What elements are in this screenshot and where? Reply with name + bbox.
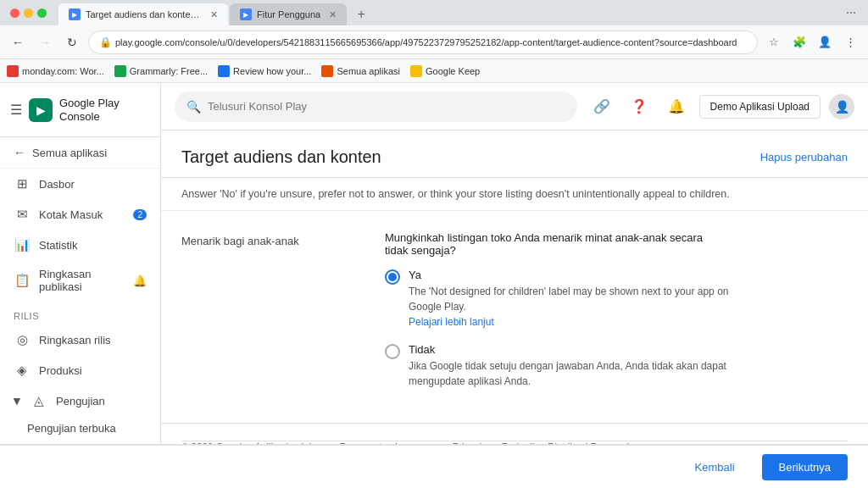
main-content: 🔍 🔗 ❓ 🔔 Demo Aplikasi Upload 👤 Target au… [161, 83, 868, 444]
tab-title-2: Fitur Pengguna [257, 9, 320, 19]
radio-no-content: Tidak Jika Google tidak setuju dengan ja… [409, 343, 731, 389]
new-tab-button[interactable]: + [350, 3, 372, 25]
back-arrow-icon: ← [14, 146, 25, 159]
maximize-dot[interactable] [37, 8, 47, 18]
sidebar-item-produksi[interactable]: ◈ Produksi [0, 355, 160, 385]
sidebar-label-ringkasan-rilis: Ringkasan rilis [39, 334, 111, 347]
kembali-button[interactable]: Kembali [678, 454, 752, 480]
window-controls [7, 8, 47, 18]
sidebar-label-ringkasan: Ringkasan publikasi [39, 268, 125, 293]
sidebar-item-ringkasan[interactable]: 📋 Ringkasan publikasi 🔔 [0, 260, 160, 301]
browser-menu[interactable]: ⋯ [841, 5, 861, 20]
sidebar-label-kotak-masuk: Kotak Masuk [39, 208, 103, 221]
radio-option-no[interactable]: Tidak Jika Google tidak setuju dengan ja… [385, 343, 731, 389]
bookmark-icon-monday [7, 65, 19, 77]
search-icon: 🔍 [186, 100, 201, 114]
topbar-icons: 🔗 ❓ 🔔 Demo Aplikasi Upload 👤 [587, 92, 854, 121]
sidebar: ☰ ▶ Google Play Console ← Semua aplikasi… [0, 83, 161, 444]
lock-icon: 🔒 [99, 36, 112, 48]
radio-yes-label: Ya [409, 269, 731, 281]
sidebar-item-dasbor[interactable]: ⊞ Dasbor [0, 169, 160, 199]
bookmark-icon-review [218, 65, 230, 77]
back-button[interactable]: ← [7, 31, 29, 53]
hapus-perubahan-button[interactable]: Hapus perubahan [760, 151, 848, 164]
bookmark-label-review: Review how your... [233, 66, 311, 76]
sidebar-nav: ⊞ Dasbor ✉ Kotak Masuk 2 📊 Statistik 📋 R… [0, 169, 160, 444]
address-bar[interactable]: 🔒 play.google.com/console/u/0/developers… [88, 30, 758, 54]
radio-option-yes[interactable]: Ya The 'Not designed for children' label… [385, 269, 731, 330]
bookmark-icon[interactable]: ☆ [763, 31, 785, 53]
sidebar-item-ringkasan-rilis[interactable]: ◎ Ringkasan rilis [0, 324, 160, 355]
sidebar-item-pengujian-terbuka[interactable]: Pengujian terbuka [0, 416, 160, 441]
bookmark-label-monday: monday.com: Wor... [22, 66, 104, 76]
search-box[interactable]: 🔍 [175, 92, 577, 122]
bookmark-icon-keep [410, 65, 422, 77]
bookmarks-bar: monday.com: Wor... Grammarly: Free... Re… [0, 59, 868, 83]
radio-no-label: Tidak [409, 343, 731, 356]
dasbor-icon: ⊞ [14, 176, 31, 191]
demo-button[interactable]: Demo Aplikasi Upload [699, 95, 821, 119]
radio-no-outer[interactable] [385, 344, 400, 359]
demo-label: Demo Aplikasi Upload [710, 101, 810, 113]
search-input[interactable] [208, 100, 565, 113]
sidebar-label-dasbor: Dasbor [39, 178, 75, 191]
tab-active[interactable]: ▶ Target audiens dan konten | D... ✕ [58, 3, 228, 25]
form-options: Mungkinkah listingan toko Anda menarik m… [385, 231, 731, 402]
pengujian-expand-icon: ▶ [12, 397, 23, 404]
profile-icon[interactable]: 👤 [814, 31, 836, 53]
action-bar: Kembali Berikutnya [0, 444, 868, 488]
tab-inactive[interactable]: ▶ Fitur Pengguna ✕ [230, 3, 347, 25]
radio-yes-description: The 'Not designed for children' label ma… [409, 284, 731, 330]
bookmark-review[interactable]: Review how your... [218, 65, 311, 77]
sidebar-label-produksi: Produksi [39, 364, 82, 377]
refresh-button[interactable]: ↻ [61, 31, 83, 53]
sidebar-item-statistik[interactable]: 📊 Statistik [0, 230, 160, 260]
window-extra-controls: ⋯ [841, 5, 861, 20]
ringkasan-icon: 📋 [14, 273, 31, 288]
app-topbar: 🔍 🔗 ❓ 🔔 Demo Aplikasi Upload 👤 [161, 83, 868, 130]
kotak-masuk-badge: 2 [133, 209, 147, 220]
bookmark-icon-grammarly [114, 65, 126, 77]
extension-icon[interactable]: 🧩 [788, 31, 810, 53]
close-dot[interactable] [10, 8, 19, 18]
radio-no-description: Jika Google tidak setuju dengan jawaban … [409, 358, 731, 389]
sidebar-item-pengujian[interactable]: ▶ ◬ Pengujian [0, 385, 160, 416]
sidebar-back-button[interactable]: ← Semua aplikasi [0, 137, 160, 169]
hamburger-icon[interactable]: ☰ [10, 102, 22, 118]
sidebar-label-pengujian-terbuka: Pengujian terbuka [27, 422, 116, 435]
sidebar-header: ☰ ▶ Google Play Console [0, 83, 160, 137]
tab-close-1[interactable]: ✕ [210, 9, 218, 20]
ringkasan-notification-icon: 🔔 [133, 274, 147, 287]
tab-close-2[interactable]: ✕ [329, 9, 337, 20]
pengujian-icon: ◬ [31, 393, 47, 408]
page-subtitle: Answer 'No' if you're unsure, prefer not… [161, 178, 868, 211]
tab-title-1: Target audiens dan konten | D... [86, 9, 202, 19]
radio-yes-outer[interactable] [385, 269, 400, 285]
statistik-icon: 📊 [14, 237, 31, 252]
form-label: Menarik bagi anak-anak [181, 231, 351, 402]
bookmark-apps[interactable]: Semua aplikasi [321, 65, 400, 77]
sidebar-label-statistik: Statistik [39, 239, 78, 252]
sidebar-back-label: Semua aplikasi [32, 147, 107, 159]
bookmark-keep[interactable]: Google Keep [410, 65, 480, 77]
more-options-icon[interactable]: ⋮ [839, 31, 861, 53]
kotak-masuk-icon: ✉ [14, 207, 31, 222]
pelajari-link[interactable]: Pelajari lebih lanjut [409, 316, 494, 328]
bookmark-grammarly[interactable]: Grammarly: Free... [114, 65, 208, 77]
minimize-dot[interactable] [24, 8, 33, 18]
bookmark-monday[interactable]: monday.com: Wor... [7, 65, 104, 77]
bookmark-label-grammarly: Grammarly: Free... [130, 66, 208, 76]
tab-favicon-2: ▶ [240, 8, 252, 20]
avatar[interactable]: 👤 [829, 94, 854, 119]
forward-button[interactable]: → [34, 31, 56, 53]
link-icon[interactable]: 🔗 [587, 92, 616, 121]
sidebar-item-kotak-masuk[interactable]: ✉ Kotak Masuk 2 [0, 199, 160, 230]
help-icon[interactable]: ❓ [625, 92, 654, 121]
bookmark-icon-apps [321, 65, 333, 77]
berikutnya-button[interactable]: Berikutnya [762, 454, 848, 480]
browser-title-bar: ▶ Target audiens dan konten | D... ✕ ▶ F… [0, 0, 868, 25]
browser-toolbar: ← → ↻ 🔒 play.google.com/console/u/0/deve… [0, 25, 868, 59]
notification-icon[interactable]: 🔔 [662, 92, 691, 121]
play-logo: ▶ [29, 98, 53, 122]
footer-area: © 2022 Google · Aplikasi seluler · Persy… [161, 423, 868, 444]
